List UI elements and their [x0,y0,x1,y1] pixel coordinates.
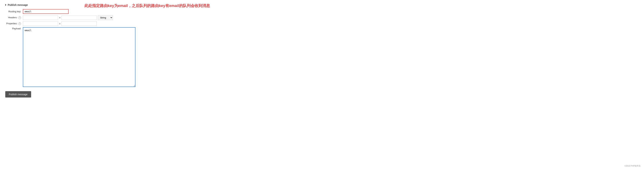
copyright-text: ©2019 PHP程序员 [624,165,640,167]
properties-equals: = [59,22,60,25]
properties-help-icon[interactable]: ? [18,22,21,25]
publish-button[interactable]: Publish message [5,91,31,98]
collapse-icon[interactable] [5,4,6,6]
headers-label: Headers: ? [5,16,23,19]
payload-textarea[interactable]: email [23,27,136,87]
payload-row: Payload: email [5,27,639,87]
properties-input-group: = [23,21,97,26]
headers-value-input[interactable] [62,15,97,20]
properties-row: Properties: ? = [5,21,639,26]
payload-label: Payload: [5,27,23,30]
headers-type-select[interactable]: String Number Boolean [98,15,113,20]
section-title: Publish message [8,3,28,6]
properties-label: Properties: ? [5,22,23,25]
annotation-text: 此处指定路由key为email，之后队列的路由key有email的队列会收到消息 [84,3,210,8]
routing-key-input[interactable] [23,9,68,14]
routing-key-row: Routing key: [5,9,639,14]
properties-value-input[interactable] [62,21,97,26]
headers-help-icon[interactable]: ? [18,16,21,19]
headers-row: Headers: ? = String Number Boolean [5,15,639,20]
headers-equals: = [59,16,60,19]
headers-key-input[interactable] [23,15,58,20]
headers-input-group: = String Number Boolean [23,15,113,20]
properties-key-input[interactable] [23,21,58,26]
routing-key-label: Routing key: [5,10,23,13]
